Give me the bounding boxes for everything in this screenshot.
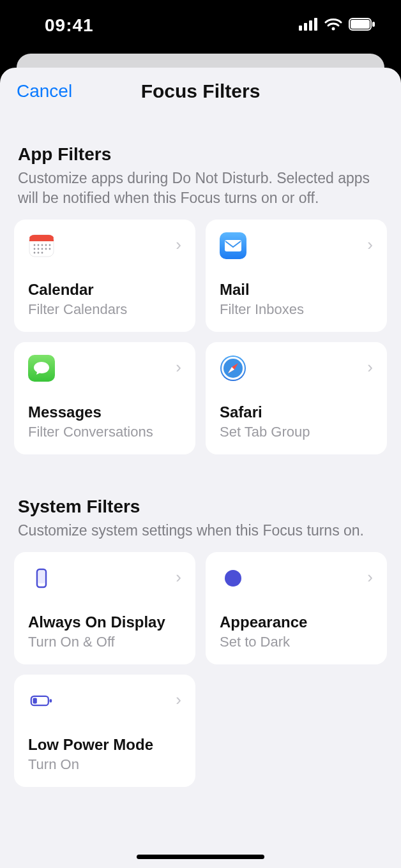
filter-card-safari[interactable]: › Safari Set Tab Group (206, 342, 387, 454)
card-subtitle: Set to Dark (220, 634, 373, 650)
battery-icon (349, 18, 375, 33)
chevron-right-icon: › (367, 567, 373, 587)
svg-point-11 (34, 244, 36, 246)
svg-rect-24 (225, 240, 241, 251)
chevron-right-icon: › (367, 357, 373, 377)
card-title: Always On Display (28, 613, 181, 631)
cancel-button[interactable]: Cancel (17, 81, 72, 101)
svg-point-16 (34, 248, 36, 250)
card-subtitle: Filter Calendars (28, 301, 181, 318)
svg-point-15 (49, 244, 51, 246)
svg-point-31 (225, 570, 241, 587)
page-title: Focus Filters (141, 80, 261, 102)
card-subtitle: Turn On & Off (28, 634, 181, 650)
svg-rect-6 (351, 20, 370, 29)
filter-card-low-power-mode[interactable]: › Low Power Mode Turn On (14, 675, 195, 787)
filter-card-calendar[interactable]: › Calendar Filter Calendars (14, 220, 195, 332)
card-subtitle: Filter Conversations (28, 424, 181, 440)
appearance-icon (220, 565, 246, 592)
system-filters-title: System Filters (18, 497, 383, 517)
chevron-right-icon: › (367, 235, 373, 255)
app-filters-header: App Filters Customize apps during Do Not… (14, 144, 387, 208)
svg-point-19 (45, 248, 47, 250)
svg-point-21 (34, 252, 36, 254)
system-filters-grid: › Always On Display Turn On & Off › (14, 552, 387, 787)
chevron-right-icon: › (176, 567, 181, 587)
chevron-right-icon: › (176, 690, 181, 710)
svg-rect-33 (33, 698, 37, 704)
battery-low-icon (28, 687, 55, 714)
cellular-icon (299, 18, 318, 33)
status-indicators (299, 18, 375, 33)
app-filters-section: App Filters Customize apps during Do Not… (0, 144, 401, 454)
svg-point-14 (45, 244, 47, 246)
svg-point-18 (42, 248, 43, 250)
card-subtitle: Set Tab Group (220, 424, 373, 440)
chevron-right-icon: › (176, 235, 181, 255)
svg-point-13 (42, 244, 43, 246)
system-filters-header: System Filters Customize system settings… (14, 497, 387, 541)
svg-rect-2 (309, 20, 312, 31)
svg-point-17 (38, 248, 40, 250)
card-subtitle: Filter Inboxes (220, 301, 373, 318)
svg-point-20 (49, 248, 51, 250)
phone-icon (28, 565, 55, 592)
card-title: Safari (220, 403, 373, 421)
status-bar: 09:41 (0, 0, 401, 51)
filter-card-appearance[interactable]: › Appearance Set to Dark (206, 552, 387, 664)
svg-rect-7 (372, 22, 375, 27)
card-title: Calendar (28, 281, 181, 299)
status-time: 09:41 (45, 15, 94, 36)
svg-point-4 (332, 27, 335, 31)
card-title: Low Power Mode (28, 736, 181, 754)
chevron-right-icon: › (176, 357, 181, 377)
svg-point-23 (42, 252, 43, 254)
device-frame: 09:41 Cancel Focus Filters App Filters C… (0, 0, 401, 868)
svg-rect-3 (314, 18, 317, 31)
system-filters-section: System Filters Customize system settings… (0, 497, 401, 787)
svg-rect-1 (304, 23, 307, 31)
app-filters-title: App Filters (18, 144, 383, 165)
card-subtitle: Turn On (28, 756, 181, 773)
filter-card-always-on-display[interactable]: › Always On Display Turn On & Off (14, 552, 195, 664)
svg-rect-0 (299, 26, 302, 31)
svg-rect-30 (38, 571, 45, 583)
svg-point-12 (38, 244, 40, 246)
home-indicator[interactable] (137, 855, 264, 859)
card-title: Messages (28, 403, 181, 421)
modal-sheet: Cancel Focus Filters App Filters Customi… (0, 68, 401, 868)
calendar-icon (28, 232, 55, 259)
app-filters-desc: Customize apps during Do Not Disturb. Se… (18, 168, 383, 208)
svg-rect-34 (50, 699, 52, 702)
messages-icon (28, 355, 55, 382)
filter-card-messages[interactable]: › Messages Filter Conversations (14, 342, 195, 454)
wifi-icon (324, 18, 342, 33)
filter-card-mail[interactable]: › Mail Filter Inboxes (206, 220, 387, 332)
mail-icon (220, 232, 246, 259)
system-filters-desc: Customize system settings when this Focu… (18, 521, 383, 541)
svg-point-22 (38, 252, 40, 254)
card-title: Mail (220, 281, 373, 299)
app-filters-grid: › Calendar Filter Calendars (14, 220, 387, 454)
svg-rect-10 (29, 239, 54, 241)
card-title: Appearance (220, 613, 373, 631)
safari-icon (220, 355, 246, 382)
nav-bar: Cancel Focus Filters (0, 68, 401, 115)
